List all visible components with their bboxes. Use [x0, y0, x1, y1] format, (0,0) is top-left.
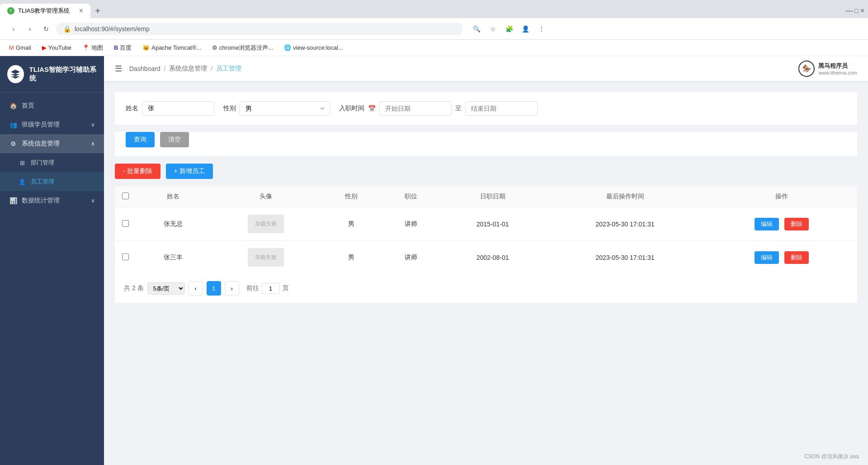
prev-page-button[interactable]: ‹	[189, 281, 203, 296]
baidu-icon: B	[114, 44, 118, 51]
main-header: ☰ Dashboard / 系统信息管理 / 员工管理 🏇 黑马程序员	[104, 56, 868, 81]
menu-toggle-button[interactable]: ☰	[115, 64, 122, 74]
row1-gender: 男	[321, 207, 381, 241]
start-date-input[interactable]	[379, 101, 452, 116]
table-row: 张无忌 加载失败 男 讲师 2015-01-01 2023-05-30 17:0…	[115, 207, 857, 241]
select-all-checkbox[interactable]	[122, 193, 129, 199]
row2-gender: 男	[321, 241, 381, 274]
total-info: 共 2 条	[124, 284, 144, 292]
gender-field: 性别 男 女	[223, 101, 330, 116]
row2-avatar: 加载失败	[210, 241, 321, 274]
browser-controls: ‹ › ↻ 🔒 localhost:90/#/system/emp 🔍 ☆ 🧩 …	[0, 18, 868, 40]
add-employee-button[interactable]: + 新增员工	[166, 164, 213, 179]
row2-checkbox[interactable]	[122, 254, 129, 260]
row1-actions: 编辑 删除	[706, 207, 857, 241]
url-text: localhost:90/#/system/emp	[75, 25, 150, 33]
bookmark-tomcat[interactable]: 🐱 Apache Tomcat®...	[141, 43, 203, 52]
clear-button[interactable]: 清空	[160, 132, 189, 147]
breadcrumb-sep-2: /	[211, 65, 212, 72]
sidebar-item-home-label: 首页	[22, 102, 34, 110]
bookmark-youtube[interactable]: ▶ YouTube	[40, 43, 73, 52]
bookmark-gmail[interactable]: M Gmail	[7, 43, 33, 52]
sidebar-item-system-label: 系统信息管理	[22, 140, 60, 148]
forward-button[interactable]: ›	[24, 23, 36, 35]
col-position: 职位	[381, 186, 441, 207]
tab-title: TLIAS教学管理系统	[18, 7, 70, 15]
sidebar-item-employee[interactable]: 👤 员工管理	[0, 172, 104, 191]
hire-date-field: 入职时间 📅 至	[339, 101, 538, 116]
close-window-button[interactable]: ×	[860, 7, 864, 15]
row2-actions: 编辑 删除	[706, 241, 857, 274]
bookmarks-bar: M Gmail ▶ YouTube 📍 地图 B 百度 🐱 Apache Tom…	[0, 40, 868, 56]
grid-icon: ⊞	[18, 159, 26, 167]
pagination: 共 2 条 5条/页 10条/页 20条/页 ‹ 1 › 前往 页	[115, 274, 857, 303]
reload-button[interactable]: ↻	[40, 23, 52, 35]
sidebar-nav: 🏠 首页 👥 班级学员管理 ∨ ⚙ 系统信息管理 ∧ ⊞ 部门管理	[0, 93, 104, 465]
query-button[interactable]: 查询	[126, 132, 155, 147]
search-bar: 姓名 性别 男 女 入职时间 📅	[115, 92, 857, 125]
next-page-button[interactable]: ›	[225, 281, 239, 296]
goto-input[interactable]	[262, 283, 280, 294]
page-1-button[interactable]: 1	[207, 281, 221, 296]
gender-select[interactable]: 男 女	[240, 101, 330, 116]
header-left: ☰ Dashboard / 系统信息管理 / 员工管理	[115, 64, 241, 74]
settings-icon: ⚙	[9, 140, 17, 148]
bookmark-star-button[interactable]: ☆	[486, 23, 499, 35]
brand-sub: www.itheima.com	[818, 70, 857, 75]
search-actions: 查询 清空	[115, 132, 857, 156]
sidebar-item-stats-label: 数据统计管理	[22, 197, 60, 205]
main-content: ☰ Dashboard / 系统信息管理 / 员工管理 🏇 黑马程序员	[104, 56, 868, 465]
bookmark-gmail-label: Gmail	[16, 44, 31, 51]
bookmark-chrome[interactable]: ⚙ chrome浏览器没声...	[210, 43, 275, 53]
batch-delete-button[interactable]: - 批量删除	[115, 164, 160, 179]
sidebar-item-class-mgmt[interactable]: 👥 班级学员管理 ∨	[0, 115, 104, 134]
sidebar-item-data-stats[interactable]: 📊 数据统计管理 ∨	[0, 191, 104, 210]
row2-hire-date: 2002-08-01	[441, 241, 544, 274]
row1-delete-button[interactable]: 删除	[784, 218, 809, 230]
new-tab-button[interactable]: +	[90, 4, 105, 18]
bookmark-viewsource[interactable]: 🌐 view-source:local...	[282, 43, 345, 52]
name-input[interactable]	[142, 101, 214, 116]
menu-button[interactable]: ⋮	[535, 23, 548, 35]
row1-last-op: 2023-05-30 17:01:31	[544, 207, 706, 241]
breadcrumb: Dashboard / 系统信息管理 / 员工管理	[129, 65, 241, 73]
page-size-select[interactable]: 5条/页 10条/页 20条/页	[147, 282, 185, 295]
sidebar-item-dept[interactable]: ⊞ 部门管理	[0, 153, 104, 172]
goto-prefix: 前往	[246, 284, 259, 292]
extensions-button[interactable]: 🧩	[503, 23, 515, 35]
maximize-button[interactable]: □	[854, 7, 858, 15]
sidebar-item-home[interactable]: 🏠 首页	[0, 96, 104, 115]
row1-edit-button[interactable]: 编辑	[755, 218, 779, 230]
app-container: TLIAS智能学习辅助系统 🏠 首页 👥 班级学员管理 ∨ ⚙ 系统信息管理 ∧	[0, 56, 868, 465]
back-button[interactable]: ‹	[7, 23, 20, 35]
col-actions: 操作	[706, 186, 857, 207]
sidebar-item-dept-label: 部门管理	[31, 159, 54, 167]
row2-delete-button[interactable]: 删除	[784, 251, 809, 264]
sidebar-item-system-mgmt[interactable]: ⚙ 系统信息管理 ∧	[0, 134, 104, 153]
address-bar[interactable]: 🔒 localhost:90/#/system/emp	[56, 23, 463, 35]
sidebar-item-emp-label: 员工管理	[31, 178, 54, 186]
group-icon: 👥	[9, 121, 17, 129]
bookmark-maps[interactable]: 📍 地图	[80, 43, 105, 53]
profile-button[interactable]: 👤	[519, 23, 532, 35]
row2-last-op: 2023-05-30 17:01:31	[544, 241, 706, 274]
active-tab[interactable]: T TLIAS教学管理系统 ×	[0, 4, 90, 18]
row2-position: 讲师	[381, 241, 441, 274]
bookmark-tomcat-label: Apache Tomcat®...	[151, 44, 201, 51]
row2-edit-button[interactable]: 编辑	[755, 251, 779, 264]
breadcrumb-dashboard: Dashboard	[129, 65, 160, 72]
page-goto: 前往 页	[246, 283, 289, 294]
goto-suffix: 页	[283, 284, 289, 292]
breadcrumb-sep-1: /	[164, 65, 166, 72]
end-date-input[interactable]	[465, 101, 538, 116]
bookmark-viewsource-label: view-source:local...	[293, 44, 343, 51]
sidebar: TLIAS智能学习辅助系统 🏠 首页 👥 班级学员管理 ∨ ⚙ 系统信息管理 ∧	[0, 56, 104, 465]
row1-checkbox[interactable]	[122, 220, 129, 227]
minimize-button[interactable]: —	[845, 7, 853, 15]
search-browser-button[interactable]: 🔍	[470, 23, 483, 35]
breadcrumb-system: 系统信息管理	[169, 65, 207, 73]
bookmark-baidu[interactable]: B 百度	[112, 43, 133, 53]
table-row: 张三丰 加载失败 男 讲师 2002-08-01 2023-05-30 17:0…	[115, 241, 857, 274]
tab-close-button[interactable]: ×	[79, 7, 83, 14]
bookmark-maps-label: 地图	[91, 44, 103, 52]
